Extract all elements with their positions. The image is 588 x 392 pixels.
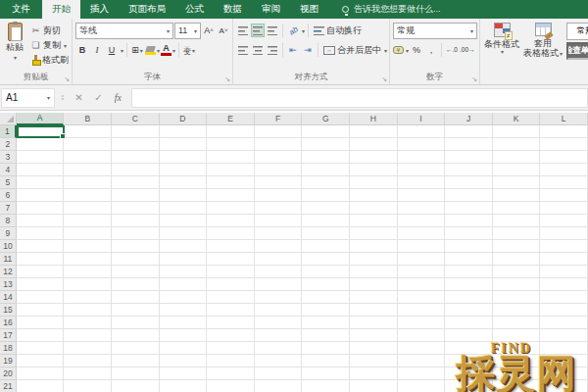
cell-C12[interactable] bbox=[112, 266, 160, 278]
cell-B4[interactable] bbox=[64, 164, 112, 176]
cell-A15[interactable] bbox=[17, 304, 65, 317]
cell-J3[interactable] bbox=[445, 151, 493, 164]
cell-J6[interactable] bbox=[445, 189, 493, 202]
cell-F12[interactable] bbox=[255, 266, 303, 278]
cell-H14[interactable] bbox=[350, 291, 398, 304]
row-header-5[interactable]: 5 bbox=[0, 176, 17, 189]
cell-A13[interactable] bbox=[17, 278, 65, 291]
copy-button[interactable]: ❏ 复制 ▾ bbox=[28, 38, 71, 52]
cell-F18[interactable] bbox=[255, 342, 303, 355]
cell-D2[interactable] bbox=[160, 138, 208, 151]
cell-I14[interactable] bbox=[398, 291, 446, 304]
cell-E19[interactable] bbox=[207, 355, 255, 368]
cell-E14[interactable] bbox=[207, 291, 255, 304]
align-middle-button[interactable] bbox=[251, 24, 265, 37]
cell-A21[interactable] bbox=[17, 380, 65, 392]
cell-I4[interactable] bbox=[398, 164, 446, 176]
cell-L14[interactable] bbox=[540, 291, 588, 304]
cell-I21[interactable] bbox=[398, 380, 446, 392]
cell-D20[interactable] bbox=[160, 368, 208, 380]
cell-J2[interactable] bbox=[445, 138, 493, 151]
tab-insert[interactable]: 插入 bbox=[80, 0, 119, 19]
accounting-dropdown-icon[interactable]: ▾ bbox=[406, 47, 409, 54]
cell-L17[interactable] bbox=[540, 329, 588, 342]
column-header-C[interactable]: C bbox=[112, 113, 160, 125]
formula-bar-grip[interactable]: ⁞⁞ bbox=[61, 93, 63, 102]
cell-I9[interactable] bbox=[398, 227, 446, 240]
cell-K15[interactable] bbox=[493, 304, 541, 317]
cell-B10[interactable] bbox=[64, 240, 112, 253]
cell-H10[interactable] bbox=[350, 240, 398, 253]
cell-F14[interactable] bbox=[255, 291, 303, 304]
row-header-2[interactable]: 2 bbox=[0, 138, 17, 151]
paste-button[interactable]: 粘贴 ▾ bbox=[1, 21, 28, 61]
increase-decimal-button[interactable]: ←.0 bbox=[445, 42, 459, 58]
cell-G5[interactable] bbox=[302, 176, 350, 189]
accounting-format-icon[interactable]: ¥ bbox=[393, 46, 404, 54]
cell-I5[interactable] bbox=[398, 176, 446, 189]
cell-B18[interactable] bbox=[64, 342, 112, 355]
cell-B12[interactable] bbox=[64, 266, 112, 278]
row-header-11[interactable]: 11 bbox=[0, 253, 17, 266]
align-left-button[interactable] bbox=[236, 43, 250, 57]
clipboard-dialog-launcher-icon[interactable]: ↘ bbox=[64, 75, 70, 82]
cell-L6[interactable] bbox=[540, 189, 588, 202]
cell-J21[interactable] bbox=[445, 380, 493, 392]
cell-C16[interactable] bbox=[112, 317, 160, 329]
tab-data[interactable]: 数据 bbox=[214, 0, 252, 19]
cell-E6[interactable] bbox=[207, 189, 255, 202]
row-header-8[interactable]: 8 bbox=[0, 215, 17, 227]
cell-I3[interactable] bbox=[398, 151, 446, 164]
cell-A7[interactable] bbox=[17, 202, 65, 215]
cell-F6[interactable] bbox=[255, 189, 303, 202]
cell-G18[interactable] bbox=[302, 342, 350, 355]
alignment-dialog-launcher-icon[interactable]: ↘ bbox=[381, 75, 387, 82]
cell-D1[interactable] bbox=[160, 125, 208, 138]
number-dialog-launcher-icon[interactable]: ↘ bbox=[471, 75, 477, 82]
cell-J8[interactable] bbox=[445, 215, 493, 227]
cell-D4[interactable] bbox=[160, 164, 208, 176]
cell-E12[interactable] bbox=[207, 266, 255, 278]
cell-A9[interactable] bbox=[17, 227, 65, 240]
cell-L16[interactable] bbox=[540, 317, 588, 329]
cell-B20[interactable] bbox=[64, 368, 112, 380]
cell-C9[interactable] bbox=[112, 227, 160, 240]
column-header-L[interactable]: L bbox=[540, 113, 588, 125]
cell-C5[interactable] bbox=[112, 176, 160, 189]
cell-K10[interactable] bbox=[493, 240, 541, 253]
cell-C3[interactable] bbox=[112, 151, 160, 164]
cell-G21[interactable] bbox=[302, 380, 350, 392]
underline-dropdown-icon[interactable]: ▾ bbox=[121, 47, 123, 54]
cell-H6[interactable] bbox=[350, 189, 398, 202]
underline-button[interactable]: U bbox=[105, 42, 119, 58]
insert-function-button[interactable]: fx bbox=[108, 92, 127, 103]
borders-button[interactable]: ⊞▾ bbox=[130, 42, 144, 58]
column-header-B[interactable]: B bbox=[64, 113, 112, 125]
cell-J11[interactable] bbox=[445, 253, 493, 266]
column-header-I[interactable]: I bbox=[398, 113, 446, 125]
copy-dropdown-icon[interactable]: ▾ bbox=[64, 42, 67, 49]
cell-L5[interactable] bbox=[540, 176, 588, 189]
cell-A3[interactable] bbox=[17, 151, 65, 164]
cell-J9[interactable] bbox=[445, 227, 493, 240]
tab-home[interactable]: 开始 bbox=[42, 0, 80, 19]
grow-font-button[interactable]: A˄ bbox=[202, 23, 216, 38]
comma-style-button[interactable]: , bbox=[424, 42, 438, 58]
row-header-12[interactable]: 12 bbox=[0, 266, 17, 278]
cell-E13[interactable] bbox=[207, 278, 255, 291]
cell-A2[interactable] bbox=[17, 138, 65, 151]
cell-H16[interactable] bbox=[350, 317, 398, 329]
cell-B2[interactable] bbox=[64, 138, 112, 151]
cell-E11[interactable] bbox=[207, 253, 255, 266]
tab-review[interactable]: 审阅 bbox=[252, 0, 290, 19]
cell-L3[interactable] bbox=[540, 151, 588, 164]
cell-L11[interactable] bbox=[540, 253, 588, 266]
cell-D6[interactable] bbox=[160, 189, 208, 202]
align-center-button[interactable] bbox=[251, 43, 265, 57]
cell-F13[interactable] bbox=[255, 278, 303, 291]
cell-H9[interactable] bbox=[350, 227, 398, 240]
cell-C6[interactable] bbox=[112, 189, 160, 202]
cell-D19[interactable] bbox=[160, 355, 208, 368]
cell-E2[interactable] bbox=[207, 138, 255, 151]
cell-I11[interactable] bbox=[398, 253, 446, 266]
